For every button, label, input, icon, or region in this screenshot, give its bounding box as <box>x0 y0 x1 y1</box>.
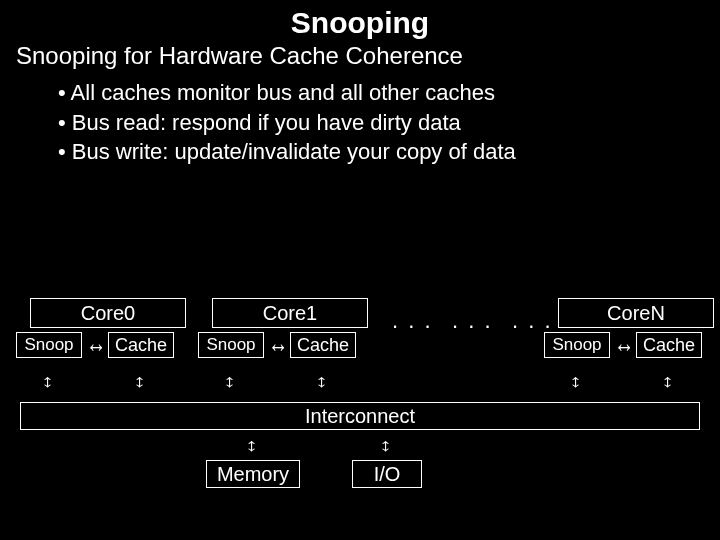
ellipsis: . . . <box>452 308 493 334</box>
snoop-box-n: Snoop <box>544 332 610 358</box>
bidir-arrow-icon: ↔ <box>86 332 106 360</box>
core-box-1: Core1 <box>212 298 368 328</box>
snoop-box-0: Snoop <box>16 332 82 358</box>
cache-box-1: Cache <box>290 332 356 358</box>
cache-box-0: Cache <box>108 332 174 358</box>
core-box-0: Core0 <box>30 298 186 328</box>
slide: Snooping Snooping for Hardware Cache Coh… <box>0 0 720 540</box>
updown-arrow-icon: ↕ <box>41 372 54 390</box>
bullet-list: All caches monitor bus and all other cac… <box>0 70 720 167</box>
core-box-n: CoreN <box>558 298 714 328</box>
updown-arrow-icon: ↕ <box>245 436 258 454</box>
memory-box: Memory <box>206 460 300 488</box>
updown-arrow-icon: ↕ <box>661 372 674 390</box>
updown-arrow-icon: ↕ <box>315 372 328 390</box>
updown-arrow-icon: ↕ <box>223 372 236 390</box>
slide-title: Snooping <box>0 6 720 40</box>
bullet-item: Bus read: respond if you have dirty data <box>58 108 720 138</box>
io-box: I/O <box>352 460 422 488</box>
bullet-item: All caches monitor bus and all other cac… <box>58 78 720 108</box>
snoop-box-1: Snoop <box>198 332 264 358</box>
ellipsis: . . . <box>392 308 433 334</box>
bullet-item: Bus write: update/invalidate your copy o… <box>58 137 720 167</box>
cache-box-n: Cache <box>636 332 702 358</box>
updown-arrow-icon: ↕ <box>569 372 582 390</box>
slide-subtitle: Snooping for Hardware Cache Coherence <box>0 40 720 70</box>
bidir-arrow-icon: ↔ <box>614 332 634 360</box>
ellipsis: . . . <box>512 308 553 334</box>
architecture-diagram: Core0 Snoop ↔ Cache Core1 Snoop ↔ Cache … <box>0 290 720 540</box>
bidir-arrow-icon: ↔ <box>268 332 288 360</box>
updown-arrow-icon: ↕ <box>379 436 392 454</box>
interconnect-box: Interconnect <box>20 402 700 430</box>
updown-arrow-icon: ↕ <box>133 372 146 390</box>
